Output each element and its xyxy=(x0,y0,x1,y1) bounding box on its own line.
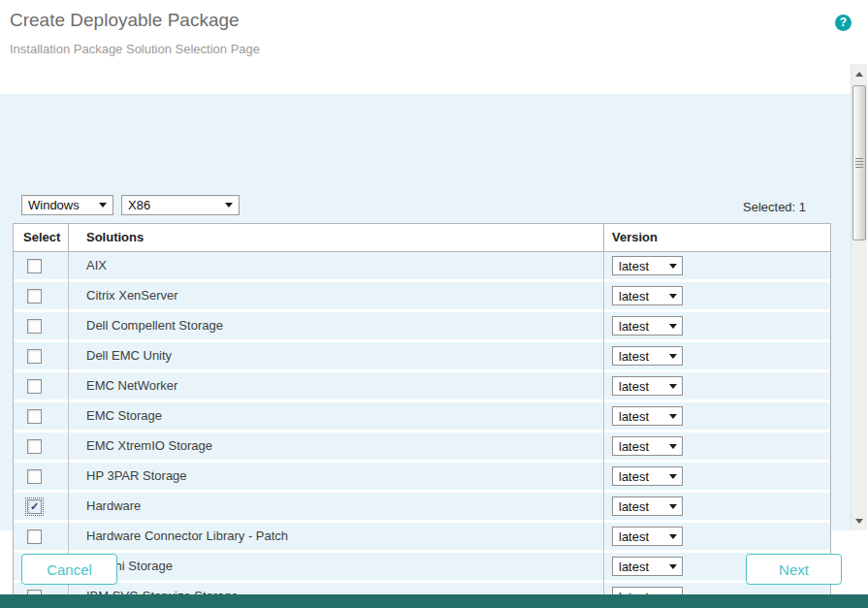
version-dropdown-value: latest xyxy=(619,560,649,574)
table-row: HP 3PAR Storage latest xyxy=(14,463,830,493)
version-cell: latest xyxy=(604,342,830,372)
chevron-down-icon xyxy=(669,444,677,449)
chevron-down-icon xyxy=(669,294,677,299)
version-dropdown[interactable]: latest xyxy=(612,466,683,486)
row-checkbox[interactable] xyxy=(27,319,42,334)
row-checkbox[interactable] xyxy=(27,529,42,544)
version-dropdown[interactable]: latest xyxy=(612,376,683,396)
version-dropdown[interactable]: latest xyxy=(612,346,683,366)
select-cell xyxy=(14,312,69,342)
version-dropdown-value: latest xyxy=(619,319,649,334)
version-dropdown[interactable]: latest xyxy=(612,256,683,275)
scroll-up-button[interactable] xyxy=(852,66,867,81)
version-cell: latest xyxy=(604,523,830,553)
version-dropdown[interactable]: latest xyxy=(612,436,683,456)
table-row: EMC Storage latest xyxy=(14,402,830,432)
scroll-down-button[interactable] xyxy=(852,513,867,528)
solution-name: Hitachi Storage xyxy=(69,553,604,583)
solution-name: Dell Compellent Storage xyxy=(69,312,604,342)
select-cell xyxy=(14,282,69,312)
chevron-down-icon xyxy=(669,474,677,479)
version-dropdown[interactable]: latest xyxy=(612,316,683,336)
solution-name: Hardware xyxy=(69,493,604,523)
version-dropdown-value: latest xyxy=(619,259,649,273)
solution-name: EMC NetWorker xyxy=(69,372,604,402)
version-cell: latest xyxy=(604,312,830,342)
row-checkbox[interactable] xyxy=(27,349,42,364)
table-row: Hitachi Storage latest xyxy=(14,553,830,583)
version-cell: latest xyxy=(604,432,830,463)
os-dropdown[interactable]: Windows xyxy=(21,195,113,215)
row-checkbox[interactable] xyxy=(27,289,42,304)
chevron-down-icon xyxy=(669,264,677,269)
version-dropdown-value: latest xyxy=(619,379,649,394)
architecture-dropdown-value: X86 xyxy=(128,198,150,212)
table-row: Dell EMC Unity latest xyxy=(14,342,830,372)
version-dropdown[interactable]: latest xyxy=(612,557,683,576)
select-cell xyxy=(14,342,69,372)
version-dropdown[interactable]: latest xyxy=(612,286,683,305)
select-cell xyxy=(14,402,69,432)
version-cell: latest xyxy=(604,463,830,493)
version-dropdown-value: latest xyxy=(619,349,649,364)
selected-count-label: Selected: 1 xyxy=(743,200,806,214)
footer-bar xyxy=(0,594,868,608)
version-dropdown-value: latest xyxy=(619,289,649,304)
column-header-select: Select xyxy=(14,224,69,251)
row-checkbox[interactable] xyxy=(27,259,42,273)
version-cell: latest xyxy=(604,493,830,523)
column-header-version: Version xyxy=(604,224,830,251)
table-row: Dell Compellent Storage latest xyxy=(14,312,830,342)
chevron-down-icon xyxy=(225,203,233,208)
help-icon[interactable]: ? xyxy=(835,15,852,31)
row-checkbox[interactable]: ✓ xyxy=(27,499,42,514)
solution-name: EMC Storage xyxy=(69,402,604,432)
chevron-down-icon xyxy=(669,384,677,389)
select-cell xyxy=(14,463,69,493)
version-cell: latest xyxy=(604,372,830,402)
version-dropdown[interactable]: latest xyxy=(612,406,683,426)
row-checkbox[interactable] xyxy=(27,409,42,424)
table-header-row: Select Solutions Version xyxy=(14,224,830,252)
solution-name: AIX xyxy=(69,252,604,282)
solution-name: EMC XtremIO Storage xyxy=(69,432,604,463)
version-dropdown-value: latest xyxy=(619,469,649,484)
version-cell: latest xyxy=(604,252,830,282)
table-row: Citrix XenServer latest xyxy=(14,282,830,312)
row-checkbox[interactable] xyxy=(27,379,42,394)
chevron-down-icon xyxy=(669,534,677,539)
select-cell xyxy=(14,432,69,463)
version-dropdown-value: latest xyxy=(619,409,649,424)
version-dropdown[interactable]: latest xyxy=(612,527,683,546)
row-checkbox[interactable] xyxy=(27,469,42,484)
table-row: EMC XtremIO Storage latest xyxy=(14,432,830,463)
page-subtitle: Installation Package Solution Selection … xyxy=(10,42,260,56)
select-cell xyxy=(14,252,69,282)
page-title: Create Deployable Package xyxy=(10,10,240,31)
chevron-down-icon xyxy=(669,324,677,329)
solution-name: Hardware Connector Library - Patch xyxy=(69,523,604,553)
architecture-dropdown[interactable]: X86 xyxy=(121,195,240,215)
vertical-scrollbar[interactable] xyxy=(851,64,867,530)
version-cell: latest xyxy=(604,282,830,312)
solution-name: Citrix XenServer xyxy=(69,282,604,312)
row-checkbox[interactable] xyxy=(27,439,42,454)
scrollbar-thumb[interactable] xyxy=(852,85,866,240)
scroll-up-icon xyxy=(855,72,863,77)
column-header-solutions: Solutions xyxy=(69,224,604,251)
select-cell xyxy=(14,523,69,553)
solution-name: Dell EMC Unity xyxy=(69,342,604,372)
version-cell: latest xyxy=(604,402,830,432)
table-row: AIX latest xyxy=(14,252,830,282)
chevron-down-icon xyxy=(669,504,677,509)
table-body: AIX latest Citrix XenServer latest Dell … xyxy=(14,252,830,608)
cancel-button[interactable]: Cancel xyxy=(21,554,117,585)
chevron-down-icon xyxy=(669,354,677,359)
select-cell xyxy=(14,372,69,402)
select-cell: ✓ xyxy=(14,493,69,523)
create-deployable-package-dialog: Create Deployable Package Installation P… xyxy=(0,0,868,608)
solutions-table: Select Solutions Version AIX latest Citr… xyxy=(13,223,831,608)
next-button[interactable]: Next xyxy=(746,554,842,585)
solution-selection-panel: Windows X86 Selected: 1 Select Solutions… xyxy=(0,94,851,530)
version-dropdown[interactable]: latest xyxy=(612,496,683,516)
